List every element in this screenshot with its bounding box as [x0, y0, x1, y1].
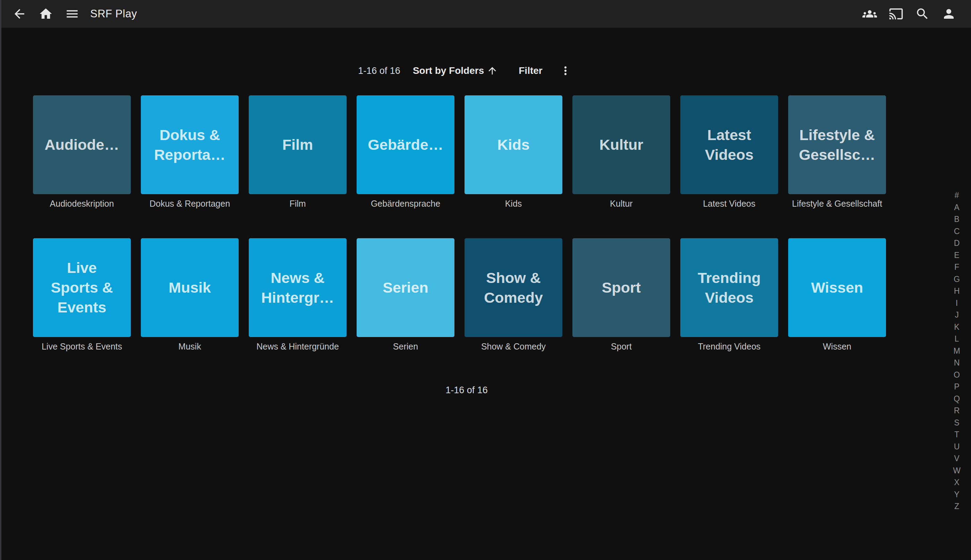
folder-card[interactable]: News & Hintergr…News & Hintergründe [249, 238, 347, 352]
alphabet-letter[interactable]: B [950, 213, 964, 225]
alphabet-letter[interactable]: W [950, 465, 964, 477]
alphabet-letter[interactable]: Y [950, 488, 964, 501]
folder-card-text: Live Sports & Events [51, 258, 113, 317]
alphabet-letter[interactable]: G [950, 273, 964, 285]
alphabet-letter[interactable]: # [950, 189, 964, 202]
folder-card-label[interactable]: Trending Videos [680, 341, 778, 352]
list-toolbar: 1-16 of 16 Sort by Folders Filter [0, 61, 933, 80]
folder-card-label[interactable]: Kids [464, 198, 562, 209]
folder-card-label[interactable]: Sport [572, 341, 670, 352]
alphabet-letter[interactable]: N [950, 357, 964, 369]
folder-card[interactable]: Dokus & Reporta…Dokus & Reportagen [141, 95, 239, 209]
alphabet-letter[interactable]: L [950, 333, 964, 345]
alphabet-letter[interactable]: O [950, 369, 964, 381]
folder-card-text: Kids [497, 135, 529, 155]
menu-button[interactable] [59, 0, 85, 28]
folder-card-label[interactable]: Audiodeskription [33, 198, 131, 209]
folder-card-label[interactable]: News & Hintergründe [249, 341, 347, 352]
home-icon [38, 7, 53, 21]
alphabet-letter[interactable]: S [950, 417, 964, 429]
folder-card[interactable]: Gebärde…Gebärdensprache [357, 95, 454, 209]
folder-card-label[interactable]: Dokus & Reportagen [141, 198, 239, 209]
alphabet-letter[interactable]: M [950, 345, 964, 357]
folder-card[interactable]: Show & ComedyShow & Comedy [464, 238, 562, 352]
folder-card-label[interactable]: Kultur [572, 198, 670, 209]
cast-button[interactable] [883, 0, 909, 28]
folder-card[interactable]: Audiode…Audiodeskription [33, 95, 131, 209]
home-button[interactable] [33, 0, 59, 28]
folder-card-text: Trending Videos [697, 268, 761, 308]
folder-card[interactable]: Lifestyle & Gesellsc…Lifestyle & Gesells… [788, 95, 886, 209]
left-scrollbar-strip[interactable] [0, 0, 2, 560]
folder-card-box[interactable]: Latest Videos [680, 95, 778, 194]
search-button[interactable] [909, 0, 936, 28]
alphabet-letter[interactable]: P [950, 381, 964, 393]
folder-card-box[interactable]: Wissen [788, 238, 886, 337]
folder-card-box[interactable]: Show & Comedy [464, 238, 562, 337]
alphabet-letter[interactable]: A [950, 202, 964, 213]
alphabet-letter[interactable]: R [950, 405, 964, 417]
user-profile-button[interactable] [936, 0, 962, 28]
folder-card[interactable]: KulturKultur [572, 95, 670, 209]
syncplay-button[interactable] [856, 0, 883, 28]
folder-card-text: Kultur [599, 135, 644, 155]
cast-icon [889, 7, 903, 21]
folder-card-text: Musik [169, 278, 211, 298]
back-arrow-icon [12, 7, 27, 21]
folder-card-box[interactable]: Sport [572, 238, 670, 337]
folder-card-label[interactable]: Live Sports & Events [33, 341, 131, 352]
alphabet-letter[interactable]: D [950, 237, 964, 249]
folder-card[interactable]: Live Sports & EventsLive Sports & Events [33, 238, 131, 352]
folder-card-text: Show & Comedy [484, 268, 543, 308]
folder-card-text: Dokus & Reporta… [154, 125, 225, 165]
alphabet-letter[interactable]: F [950, 261, 964, 273]
alphabet-letter[interactable]: I [950, 297, 964, 309]
sort-button[interactable]: Sort by Folders [409, 63, 501, 78]
folder-card-box[interactable]: Gebärde… [357, 95, 454, 194]
folder-card-box[interactable]: Serien [357, 238, 454, 337]
alphabet-letter[interactable]: T [950, 428, 964, 441]
folder-card[interactable]: SportSport [572, 238, 670, 352]
folder-card[interactable]: SerienSerien [357, 238, 454, 352]
folder-card-label[interactable]: Gebärdensprache [357, 198, 454, 209]
alphabet-letter[interactable]: C [950, 225, 964, 238]
folder-card-box[interactable]: Live Sports & Events [33, 238, 131, 337]
filter-button[interactable]: Filter [515, 63, 546, 78]
folder-card[interactable]: FilmFilm [249, 95, 347, 209]
alphabet-letter[interactable]: H [950, 285, 964, 297]
folder-card-label[interactable]: Wissen [788, 341, 886, 352]
folder-card-label[interactable]: Musik [141, 341, 239, 352]
folder-tile-grid: Audiode…AudiodeskriptionDokus & Reporta…… [33, 95, 886, 352]
back-button[interactable] [6, 0, 33, 28]
search-icon [915, 7, 930, 21]
folder-card-box[interactable]: Kultur [572, 95, 670, 194]
folder-card[interactable]: MusikMusik [141, 238, 239, 352]
folder-card[interactable]: KidsKids [464, 95, 562, 209]
folder-card-box[interactable]: Audiode… [33, 95, 131, 194]
folder-card-box[interactable]: Lifestyle & Gesellsc… [788, 95, 886, 194]
folder-card[interactable]: Trending VideosTrending Videos [680, 238, 778, 352]
folder-card-box[interactable]: Trending Videos [680, 238, 778, 337]
folder-card-box[interactable]: Musik [141, 238, 239, 337]
alphabet-letter[interactable]: Z [950, 500, 964, 512]
alphabet-letter[interactable]: K [950, 321, 964, 333]
folder-card[interactable]: WissenWissen [788, 238, 886, 352]
alphabet-letter[interactable]: X [950, 477, 964, 488]
alphabet-letter[interactable]: J [950, 309, 964, 321]
alphabet-letter[interactable]: Q [950, 393, 964, 405]
folder-card-box[interactable]: Dokus & Reporta… [141, 95, 239, 194]
alphabet-letter[interactable]: V [950, 453, 964, 465]
alphabet-letter[interactable]: U [950, 441, 964, 453]
folder-card-box[interactable]: News & Hintergr… [249, 238, 347, 337]
alphabet-letter[interactable]: E [950, 249, 964, 262]
folder-card-box[interactable]: Kids [464, 95, 562, 194]
folder-card-label[interactable]: Lifestyle & Gesellschaft [788, 198, 886, 209]
folder-card-label[interactable]: Serien [357, 341, 454, 352]
folder-card-label[interactable]: Latest Videos [680, 198, 778, 209]
folder-card[interactable]: Latest VideosLatest Videos [680, 95, 778, 209]
folder-card-label[interactable]: Film [249, 198, 347, 209]
folder-card-box[interactable]: Film [249, 95, 347, 194]
folder-card-label[interactable]: Show & Comedy [464, 341, 562, 352]
folder-card-text: Lifestyle & Gesellsc… [799, 125, 875, 165]
more-options-button[interactable] [556, 61, 575, 80]
